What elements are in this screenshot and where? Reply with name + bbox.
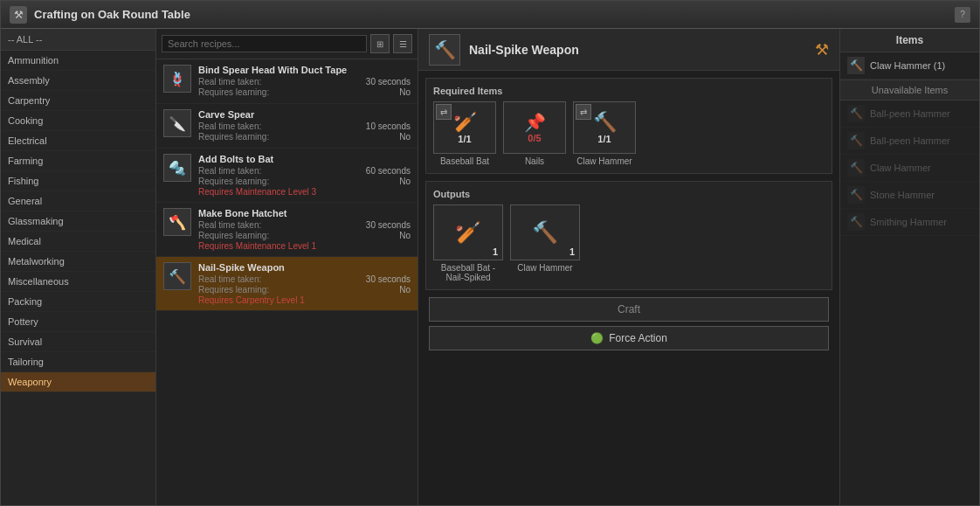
required-items-label: Required Items <box>433 86 825 96</box>
output-label: Baseball Bat - Nail-Spiked <box>433 263 503 282</box>
category-sidebar: -- ALL -- Ammunition Assembly Carpentry … <box>1 29 156 505</box>
item-name: Ball-peen Hammer <box>870 108 950 119</box>
recipe-item-selected[interactable]: 🔨 Nail-Spike Weapon Real time taken: 30 … <box>156 257 418 311</box>
recipe-info: Bind Spear Head With Duct Tape Real time… <box>198 65 411 98</box>
sidebar-item-assembly[interactable]: Assembly <box>1 71 155 91</box>
item-name: Claw Hammer <box>870 163 931 173</box>
item-label: Nails <box>525 156 544 166</box>
recipe-item[interactable]: 🪢 Bind Spear Head With Duct Tape Real ti… <box>156 59 418 104</box>
recipes-list: 🪢 Bind Spear Head With Duct Tape Real ti… <box>156 59 418 505</box>
item-icon: 🔨 <box>847 57 865 74</box>
output-items-row: 🏏 1 Baseball Bat - Nail-Spiked 🔨 1 Claw … <box>433 204 825 282</box>
unavailable-item: 🔨 Claw Hammer <box>840 155 979 182</box>
recipe-icon: 🪓 <box>163 208 191 236</box>
recipe-icon: 🔩 <box>163 154 191 182</box>
sidebar-item-fishing[interactable]: Fishing <box>1 171 155 191</box>
item-name: Ball-peen Hammer <box>870 135 950 146</box>
unavailable-item: 🔨 Smithing Hammer <box>840 209 979 236</box>
required-item-claw-hammer: ⇄ 🔨 1/1 Claw Hammer <box>573 101 636 166</box>
item-label: Claw Hammer <box>576 156 631 166</box>
detail-panel: 🔨 Nail-Spike Weapon ⚒ Required Items ⇄ 🏏 <box>418 29 839 505</box>
output-count: 1 <box>569 246 575 257</box>
item-icon: 🔨 <box>847 186 865 204</box>
recipe-info: Make Bone Hatchet Real time taken: 30 se… <box>198 208 411 251</box>
items-panel: Items 🔨 Claw Hammer (1) Unavailable Item… <box>839 29 979 505</box>
items-panel-header: Items <box>840 29 979 52</box>
sidebar-item-miscellaneous[interactable]: Miscellaneous <box>1 272 155 292</box>
force-icon: 🟢 <box>590 332 604 344</box>
recipe-info: Nail-Spike Weapon Real time taken: 30 se… <box>198 262 411 305</box>
title-bar: ⚒ Crafting on Oak Round Table ? <box>1 1 979 29</box>
item-label: Baseball Bat <box>440 156 489 166</box>
detail-title: Nail-Spike Weapon <box>469 43 579 57</box>
item-box-nails[interactable]: 📌 0/5 <box>503 101 566 154</box>
required-items-section: Required Items ⇄ 🏏 1/1 Baseball Bat <box>425 78 832 174</box>
sidebar-item-pottery[interactable]: Pottery <box>1 312 155 332</box>
window-icon: ⚒ <box>10 6 27 24</box>
recipe-icon: 🪢 <box>163 65 191 93</box>
sidebar-item-cooking[interactable]: Cooking <box>1 111 155 131</box>
item-icon: 🔨 <box>847 105 865 122</box>
item-icon: 🔨 <box>847 159 865 177</box>
recipe-item[interactable]: 🔪 Carve Spear Real time taken: 10 second… <box>156 104 418 149</box>
output-item-bat: 🏏 1 Baseball Bat - Nail-Spiked <box>433 204 503 282</box>
search-input[interactable] <box>162 35 367 52</box>
sidebar-item-medical[interactable]: Medical <box>1 232 155 252</box>
craft-button[interactable]: Craft <box>429 297 829 322</box>
output-item-hammer: 🔨 1 Claw Hammer <box>510 204 580 282</box>
item-name: Stone Hammer <box>870 190 935 200</box>
recipe-item[interactable]: 🪓 Make Bone Hatchet Real time taken: 30 … <box>156 203 418 257</box>
sidebar-item-ammunition[interactable]: Ammunition <box>1 51 155 71</box>
output-count: 1 <box>493 246 498 257</box>
sidebar-item-survival[interactable]: Survival <box>1 332 155 352</box>
sidebar-item-metalworking[interactable]: Metalworking <box>1 252 155 272</box>
detail-body: Required Items ⇄ 🏏 1/1 Baseball Bat <box>418 71 839 505</box>
recipe-item[interactable]: 🔩 Add Bolts to Bat Real time taken: 60 s… <box>156 149 418 203</box>
recipe-icon: 🔨 <box>163 262 191 290</box>
recipe-info: Carve Spear Real time taken: 10 seconds … <box>198 109 411 142</box>
sidebar-item-general[interactable]: General <box>1 191 155 211</box>
required-items-row: ⇄ 🏏 1/1 Baseball Bat 📌 0/5 <box>433 101 825 166</box>
item-count-insufficient: 0/5 <box>528 133 541 143</box>
outputs-label: Outputs <box>433 189 825 199</box>
window-title: Crafting on Oak Round Table <box>34 8 190 21</box>
sidebar-item-carpentry[interactable]: Carpentry <box>1 91 155 111</box>
list-view-button[interactable]: ☰ <box>393 34 412 53</box>
item-count: 1/1 <box>597 134 611 144</box>
sidebar-item-electrical[interactable]: Electrical <box>1 131 155 151</box>
main-window: ⚒ Crafting on Oak Round Table ? -- ALL -… <box>0 0 980 506</box>
swap-button[interactable]: ⇄ <box>576 104 591 120</box>
swap-button[interactable]: ⇄ <box>436 104 452 120</box>
detail-recipe-icon: 🔨 <box>429 34 460 66</box>
item-box-claw-hammer[interactable]: ⇄ 🔨 1/1 <box>573 101 636 154</box>
sidebar-item-farming[interactable]: Farming <box>1 151 155 171</box>
outputs-section: Outputs 🏏 1 Baseball Bat - Nail-Spiked 🔨 <box>425 181 832 290</box>
item-count: 1/1 <box>458 134 471 144</box>
sidebar-item-glassmaking[interactable]: Glassmaking <box>1 211 155 232</box>
grid-view-button[interactable]: ⊞ <box>370 34 390 53</box>
sidebar-all-item[interactable]: -- ALL -- <box>1 29 155 51</box>
available-item-claw-hammer[interactable]: 🔨 Claw Hammer (1) <box>840 52 979 80</box>
force-action-button[interactable]: 🟢 Force Action <box>429 326 829 350</box>
output-label: Claw Hammer <box>517 263 572 273</box>
unavailable-items-header: Unavailable Items <box>840 80 979 101</box>
output-box-bat[interactable]: 🏏 1 <box>433 204 503 260</box>
item-name: Smithing Hammer <box>870 217 947 227</box>
unavailable-item: 🔨 Ball-peen Hammer <box>840 101 979 128</box>
recipe-icon: 🔪 <box>163 109 191 137</box>
sidebar-item-packing[interactable]: Packing <box>1 292 155 312</box>
search-bar: ⊞ ☰ <box>156 29 418 59</box>
output-box-hammer[interactable]: 🔨 1 <box>510 204 580 260</box>
close-button[interactable]: ? <box>955 7 970 23</box>
recipe-info: Add Bolts to Bat Real time taken: 60 sec… <box>198 154 411 197</box>
item-box-baseball-bat[interactable]: ⇄ 🏏 1/1 <box>433 101 496 154</box>
sidebar-item-weaponry[interactable]: Weaponry <box>1 372 155 392</box>
unavailable-item: 🔨 Stone Hammer <box>840 182 979 209</box>
item-name: Claw Hammer (1) <box>870 60 945 71</box>
main-content: -- ALL -- Ammunition Assembly Carpentry … <box>1 29 979 505</box>
item-icon: 🔨 <box>847 132 865 149</box>
required-item-nails: 📌 0/5 Nails <box>503 101 566 166</box>
sidebar-item-tailoring[interactable]: Tailoring <box>1 352 155 372</box>
detail-header: 🔨 Nail-Spike Weapon ⚒ <box>418 29 839 71</box>
required-item-baseball-bat: ⇄ 🏏 1/1 Baseball Bat <box>433 101 496 166</box>
